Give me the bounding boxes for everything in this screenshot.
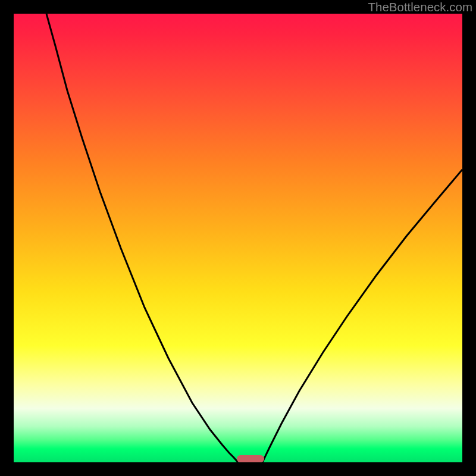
watermark: TheBottleneck.com [368,0,472,14]
bottleneck-marker [237,455,264,462]
plot-area [14,14,462,462]
chart-container: TheBottleneck.com [0,0,476,476]
